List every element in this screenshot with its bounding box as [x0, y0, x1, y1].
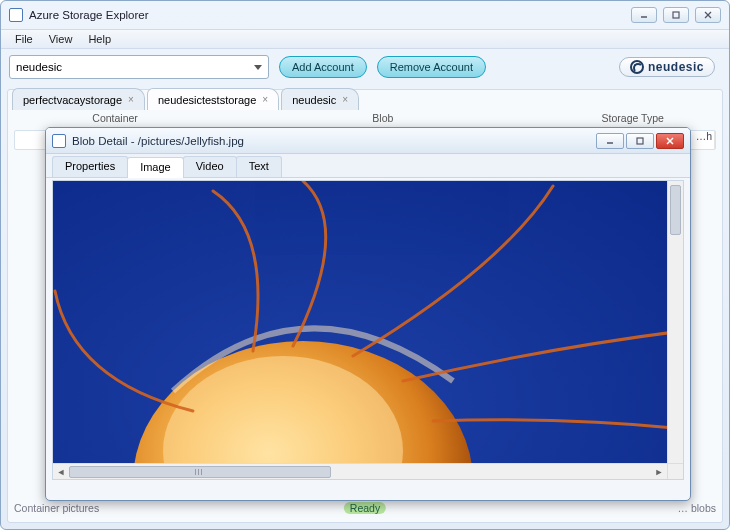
titlebar[interactable]: Azure Storage Explorer	[1, 1, 729, 29]
storage-tabs: perfectvacaystorage × neudesicteststorag…	[12, 88, 359, 110]
chevron-down-icon	[254, 65, 262, 70]
remove-account-button[interactable]: Remove Account	[377, 56, 486, 78]
menu-view[interactable]: View	[41, 30, 81, 48]
horizontal-scrollbar[interactable]: ◄ ►	[53, 463, 667, 479]
storage-tab[interactable]: perfectvacaystorage ×	[12, 88, 145, 110]
jellyfish-image	[53, 181, 683, 479]
svg-rect-5	[637, 138, 643, 144]
close-icon[interactable]: ×	[342, 94, 348, 105]
scroll-thumb[interactable]	[69, 466, 331, 478]
storage-tab-label: neudesicteststorage	[158, 94, 256, 106]
storage-tab-label: perfectvacaystorage	[23, 94, 122, 106]
vertical-scrollbar[interactable]	[667, 181, 683, 463]
tab-image[interactable]: Image	[127, 157, 184, 178]
dialog-controls	[596, 133, 684, 149]
dialog-titlebar[interactable]: Blob Detail - /pictures/Jellyfish.jpg	[46, 128, 690, 154]
close-icon[interactable]: ×	[128, 94, 134, 105]
statusbar: Container pictures Ready … blobs	[14, 500, 716, 516]
app-window: Azure Storage Explorer File View Help ne…	[0, 0, 730, 530]
svg-rect-1	[673, 12, 679, 18]
maximize-button[interactable]	[663, 7, 689, 23]
scroll-left-icon[interactable]: ◄	[53, 465, 69, 479]
scroll-right-icon[interactable]: ►	[651, 465, 667, 479]
storage-tab[interactable]: neudesicteststorage ×	[147, 88, 279, 110]
brand-badge[interactable]: neudesic	[619, 57, 715, 77]
account-dropdown-value: neudesic	[16, 61, 62, 73]
minimize-button[interactable]	[631, 7, 657, 23]
tab-text[interactable]: Text	[236, 156, 282, 177]
storage-tab[interactable]: neudesic ×	[281, 88, 359, 110]
app-icon	[9, 8, 23, 22]
window-controls	[631, 7, 721, 23]
scroll-track[interactable]	[69, 466, 651, 478]
menubar: File View Help	[1, 29, 729, 49]
dialog-icon	[52, 134, 66, 148]
status-right: … blobs	[677, 502, 716, 514]
dialog-minimize-button[interactable]	[596, 133, 624, 149]
dialog-tabs: Properties Image Video Text	[46, 154, 690, 178]
status-left: Container pictures	[14, 502, 99, 514]
window-title: Azure Storage Explorer	[29, 9, 631, 21]
menu-help[interactable]: Help	[80, 30, 119, 48]
tab-properties[interactable]: Properties	[52, 156, 128, 177]
dialog-close-button[interactable]	[656, 133, 684, 149]
close-button[interactable]	[695, 7, 721, 23]
brand-label: neudesic	[648, 60, 704, 74]
brand-swirl-icon	[630, 60, 644, 74]
tab-video[interactable]: Video	[183, 156, 237, 177]
image-viewport[interactable]	[53, 181, 683, 479]
status-center: Ready	[344, 502, 386, 514]
scroll-thumb[interactable]	[670, 185, 681, 235]
add-account-button[interactable]: Add Account	[279, 56, 367, 78]
blob-detail-dialog: Blob Detail - /pictures/Jellyfish.jpg Pr…	[45, 127, 691, 501]
toolbar: neudesic Add Account Remove Account neud…	[1, 49, 729, 85]
close-icon[interactable]: ×	[262, 94, 268, 105]
dialog-maximize-button[interactable]	[626, 133, 654, 149]
background-right-text: …h	[696, 130, 712, 142]
dialog-title: Blob Detail - /pictures/Jellyfish.jpg	[72, 135, 596, 147]
dialog-body: ◄ ►	[52, 180, 684, 480]
storage-tab-label: neudesic	[292, 94, 336, 106]
scroll-corner	[667, 463, 683, 479]
account-dropdown[interactable]: neudesic	[9, 55, 269, 79]
menu-file[interactable]: File	[7, 30, 41, 48]
